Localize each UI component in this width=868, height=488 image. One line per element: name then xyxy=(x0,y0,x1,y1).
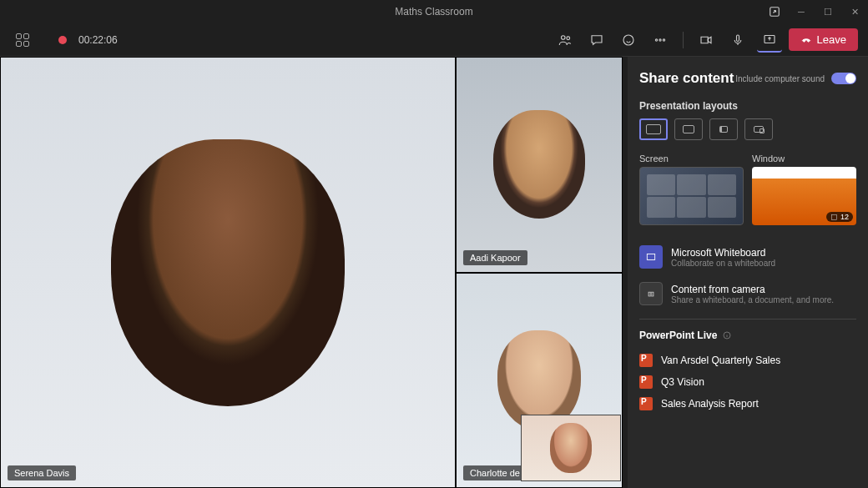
share-content-panel: Share content Include computer sound Pre… xyxy=(628,57,868,488)
window-label: Window xyxy=(752,153,856,164)
svg-point-2 xyxy=(566,36,569,39)
layout-option[interactable] xyxy=(744,118,773,140)
layout-option[interactable] xyxy=(709,118,738,140)
powerpoint-live-label: PowerPoint Live xyxy=(639,330,856,341)
svg-point-6 xyxy=(663,38,664,40)
leave-button[interactable]: Leave xyxy=(789,28,858,51)
whiteboard-icon xyxy=(639,245,663,269)
svg-point-1 xyxy=(561,35,565,39)
recording-indicator-icon xyxy=(58,36,67,44)
layout-option[interactable] xyxy=(639,118,668,140)
toolbar: 00:22:06 Leave xyxy=(0,23,868,57)
powerpoint-file[interactable]: Van Arsdel Quarterly Sales xyxy=(639,350,856,371)
content-from-camera-option[interactable]: Content from camera Share a whiteboard, … xyxy=(639,275,856,312)
maximize-icon[interactable]: ☐ xyxy=(815,0,841,23)
people-button[interactable] xyxy=(553,28,578,53)
video-tile[interactable]: Aadi Kapoor xyxy=(456,57,623,273)
svg-point-5 xyxy=(659,38,660,40)
powerpoint-icon xyxy=(639,397,653,410)
layout-option[interactable] xyxy=(674,118,703,140)
share-screen-option[interactable] xyxy=(639,167,744,225)
participant-name: Serena Davis xyxy=(8,465,76,480)
video-tile[interactable]: Serena Davis xyxy=(0,57,456,488)
svg-rect-7 xyxy=(736,35,739,42)
more-button[interactable] xyxy=(648,28,673,53)
svg-rect-9 xyxy=(831,214,836,219)
divider xyxy=(683,32,684,48)
camera-content-icon xyxy=(639,282,663,305)
popout-icon[interactable] xyxy=(761,0,788,23)
participant-name: Aadi Kapoor xyxy=(463,250,527,265)
share-window-option[interactable]: 12 xyxy=(752,167,856,225)
svg-point-12 xyxy=(650,293,652,294)
titlebar: Maths Classroom ─ ☐ ✕ xyxy=(0,0,868,23)
reactions-button[interactable] xyxy=(616,28,641,53)
svg-point-3 xyxy=(623,35,633,45)
gallery-view-button[interactable] xyxy=(10,28,35,53)
chat-button[interactable] xyxy=(584,28,609,53)
mic-button[interactable] xyxy=(725,28,750,53)
screen-label: Screen xyxy=(639,153,744,164)
include-sound-toggle[interactable] xyxy=(831,73,856,84)
powerpoint-icon xyxy=(639,375,653,389)
powerpoint-file[interactable]: Sales Analysis Report xyxy=(639,393,856,415)
self-view[interactable] xyxy=(521,415,621,481)
powerpoint-icon xyxy=(639,354,653,367)
close-icon[interactable]: ✕ xyxy=(841,0,868,23)
svg-point-4 xyxy=(655,38,657,40)
powerpoint-file[interactable]: Q3 Vision xyxy=(639,371,856,393)
share-button[interactable] xyxy=(757,28,782,53)
include-sound-label: Include computer sound xyxy=(735,74,825,83)
divider xyxy=(639,319,856,319)
recording-time: 00:22:06 xyxy=(78,34,118,46)
svg-rect-11 xyxy=(648,292,654,296)
camera-button[interactable] xyxy=(694,28,719,53)
layouts-label: Presentation layouts xyxy=(639,100,856,112)
svg-rect-10 xyxy=(647,254,654,260)
whiteboard-option[interactable]: Microsoft Whiteboard Collaborate on a wh… xyxy=(639,239,856,275)
minimize-icon[interactable]: ─ xyxy=(788,0,815,23)
window-title: Maths Classroom xyxy=(395,6,472,18)
window-count-badge: 12 xyxy=(826,212,853,222)
panel-title: Share content xyxy=(639,70,734,87)
video-grid: Serena Davis Aadi Kapoor Charlotte de Cr… xyxy=(0,57,628,488)
